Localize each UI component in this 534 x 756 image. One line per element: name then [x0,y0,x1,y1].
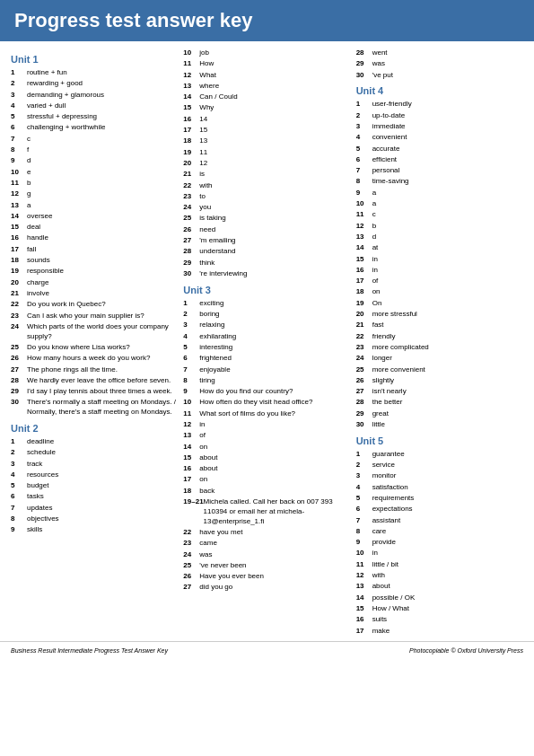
answer-text: came [199,539,217,549]
answer-text: job [199,48,209,58]
answer-text: suits [372,615,387,625]
answer-number: 23 [183,539,199,549]
list-item: 22Do you work in Quebec? [11,300,178,310]
answer-number: 14 [356,243,372,253]
answer-text: efficient [372,155,397,165]
answer-number: 25 [11,343,27,353]
list-item: 12What [183,71,350,81]
answer-text: handle [27,233,48,243]
answer-number: 5 [11,481,27,491]
answer-text: track [27,460,42,470]
answer-number: 8 [11,145,27,155]
answer-text: on [199,475,207,485]
answer-number: 3 [356,471,372,481]
answer-text: up-to-date [372,111,405,121]
answer-text: a [372,199,376,209]
answer-text: rewarding + good [27,79,83,89]
answer-number: 13 [183,82,199,92]
list-item: 25more convenient [356,365,523,375]
answer-number: 15 [183,103,199,113]
answer-text: objectives [27,514,59,524]
answer-text: with [199,181,212,191]
answer-number: 1 [183,299,199,309]
answer-text: accurate [372,145,400,154]
answer-number: 9 [356,189,372,198]
answer-number: 17 [11,245,27,255]
answer-number: 7 [356,516,372,526]
answer-text: d [372,233,376,242]
list-item: 22with [183,181,350,191]
list-item: 14oversee [11,212,178,222]
list-item: 10How often do they visit head office? [183,398,350,408]
answer-number: 14 [11,212,27,222]
list-item: 10e [11,168,178,178]
answer-text: charge [27,278,48,288]
answer-text: user-friendly [372,100,412,110]
answer-number: 25 [183,214,199,224]
list-item: 8f [11,145,178,155]
answer-text: slightly [372,376,394,386]
list-item: 24was [183,550,350,560]
answer-number: 1 [11,437,27,447]
list-item: 2up-to-date [356,111,523,121]
list-item: 7enjoyable [183,365,350,375]
list-item: 21fast [356,321,523,330]
answer-text: budget [27,481,48,491]
answer-text: frightened [199,354,232,364]
answer-text: isn't nearly [372,387,407,397]
answer-text: on [199,443,207,453]
answer-number: 19 [11,267,27,277]
answer-text: fast [372,321,384,330]
list-item: 30little [356,420,523,430]
answer-number: 3 [11,91,27,101]
answer-text: Can / Could [199,92,237,102]
answer-text: more complicated [372,343,429,353]
answer-text: immediate [372,122,406,132]
answer-text: 13 [199,136,207,146]
answer-text: is taking [199,214,225,224]
list-item: 8care [356,527,523,537]
answer-text: How [199,59,214,69]
answer-text: at [372,243,379,253]
list-item: 13about [356,582,523,592]
answer-text: about [199,464,217,474]
list-item: 3demanding + glamorous [11,91,178,101]
list-item: 8tiring [183,376,350,386]
answer-number: 28 [356,48,372,58]
answer-number: 2 [11,448,27,458]
answer-text: skills [27,525,42,535]
answer-list-col3-unit3: 1guarantee2service3monitor4satisfaction5… [356,450,523,637]
list-item: 1813 [183,136,350,146]
answer-number: 5 [356,494,372,504]
list-item: 6tasks [11,492,178,502]
list-item: 20more stressful [356,310,523,320]
list-item: 25Do you know where Lisa works? [11,343,178,353]
list-item: 7personal [356,166,523,176]
answer-text: little [372,420,385,430]
list-item: 20charge [11,278,178,288]
answer-number: 16 [183,115,199,125]
answer-text: Michela called. Call her back on 007 393… [204,497,351,526]
answer-text: went [372,48,388,58]
answer-number: 18 [356,287,372,297]
answer-text: 're interviewing [199,269,247,279]
answer-text: fall [27,245,36,255]
answer-number: 11 [183,59,199,69]
answer-text: enjoyable [199,365,230,375]
list-item: 1deadline [11,437,178,447]
answer-text: possible / OK [372,593,416,603]
answer-text: is [199,170,205,180]
answer-text: on [372,287,381,297]
answer-number: 9 [11,525,27,535]
answer-number: 8 [356,177,372,187]
answer-text: b [372,222,376,232]
answer-number: 1 [11,68,27,78]
list-item: 28We hardly ever leave the office before… [11,376,178,386]
answer-number: 24 [356,354,372,364]
list-item: 23Can I ask who your main supplier is? [11,312,178,321]
list-item: 7updates [11,504,178,514]
answer-text: time-saving [372,177,409,187]
answer-text: There's normally a staff meeting on Mond… [27,398,178,418]
answer-number: 23 [183,192,199,202]
answer-number: 21 [11,289,27,299]
